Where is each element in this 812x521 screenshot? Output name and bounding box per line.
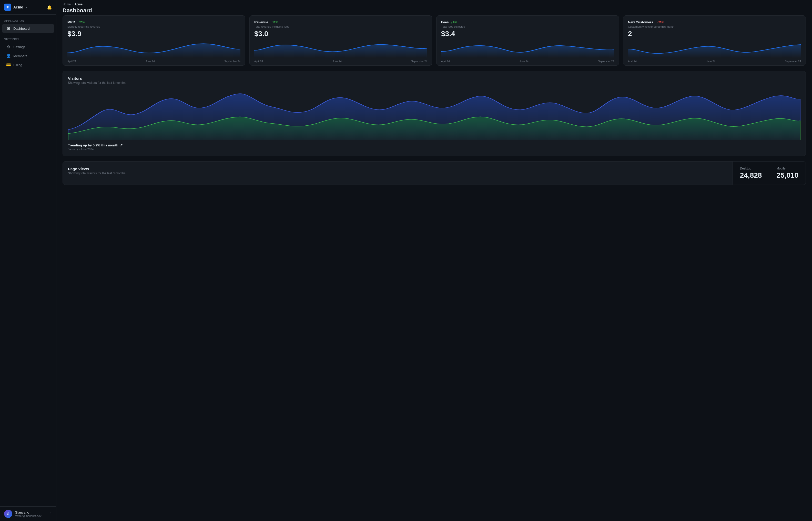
- metric-cards: MRR ↑ 20% Monthly recurring revenue $3.9: [63, 15, 806, 66]
- metric-card-revenue: Revenue ↑ 12% Total revenue including fe…: [249, 15, 432, 66]
- sidebar-item-dashboard-label: Dashboard: [13, 27, 30, 30]
- customers-label-2: June 24: [706, 60, 715, 63]
- user-info: Giancarlo owner@makerkit.dev: [15, 511, 47, 517]
- desktop-label: Desktop: [740, 167, 762, 170]
- customers-title: New Customers: [628, 20, 653, 24]
- desktop-stat: Desktop 24,828: [733, 161, 769, 185]
- page-views-subtitle: Showing total visitors for the last 3 mo…: [68, 172, 727, 175]
- top-nav: Home › Acme Dashboard: [56, 0, 812, 15]
- page-views-card: Page Views Showing total visitors for th…: [63, 161, 806, 185]
- app-logo[interactable]: ⚛ Acme ▾: [4, 4, 27, 11]
- mrr-badge: ↑ 20%: [77, 21, 85, 24]
- page-views-stats: Desktop 24,828 Mobile 25,010: [733, 161, 806, 185]
- revenue-badge: ↑ 12%: [270, 21, 278, 24]
- revenue-chart-labels: April 24 June 24 September 24: [254, 60, 427, 63]
- fees-desc: Total fees collected: [441, 25, 614, 28]
- sidebar-header: ⚛ Acme ▾ 🔔: [0, 0, 56, 15]
- customers-label-1: April 24: [628, 60, 637, 63]
- revenue-desc: Total revenue including fees: [254, 25, 427, 28]
- mrr-desc: Monthly recurring revenue: [67, 25, 240, 28]
- avatar: G: [4, 510, 12, 518]
- customers-value: 2: [628, 30, 801, 38]
- fees-title: Fees: [441, 20, 449, 24]
- fees-chart-labels: April 24 June 24 September 24: [441, 60, 614, 63]
- sidebar-item-billing-label: Billing: [13, 63, 22, 67]
- metric-card-mrr: MRR ↑ 20% Monthly recurring revenue $3.9: [63, 15, 245, 66]
- billing-icon: 💳: [6, 63, 11, 67]
- page-views-left: Page Views Showing total visitors for th…: [63, 161, 733, 185]
- mrr-title: MRR: [67, 20, 75, 24]
- main-content: Home › Acme Dashboard MRR ↑ 20% Monthly …: [56, 0, 812, 521]
- trend-arrow-icon: ↗: [120, 143, 123, 147]
- sidebar-item-settings[interactable]: ⚙ Settings: [2, 43, 54, 51]
- page-views-title: Page Views: [68, 167, 727, 171]
- fees-label-2: June 24: [519, 60, 529, 63]
- user-email: owner@makerkit.dev: [15, 514, 47, 517]
- mobile-label: Mobile: [776, 167, 798, 170]
- revenue-title: Revenue: [254, 20, 268, 24]
- breadcrumb-current: Acme: [75, 3, 83, 6]
- customers-badge: ↓ -25%: [655, 21, 664, 24]
- mrr-label-2: June 24: [145, 60, 155, 63]
- metric-card-new-customers: New Customers ↓ -25% Customers who signe…: [623, 15, 806, 66]
- trending-text: Trending up by 5.2% this month ↗: [68, 143, 801, 147]
- members-icon: 👤: [6, 53, 11, 58]
- dashboard-icon: ⊞: [6, 26, 11, 31]
- content-area: MRR ↑ 20% Monthly recurring revenue $3.9: [56, 15, 812, 191]
- mobile-value: 25,010: [776, 171, 798, 180]
- visitors-subtitle: Showing total visitors for the last 6 mo…: [68, 81, 801, 85]
- mrr-chart: April 24 June 24 September 24: [67, 40, 240, 63]
- revenue-chart: April 24 June 24 September 24: [254, 40, 427, 63]
- sidebar-section-settings: Settings ⚙ Settings 👤 Members 💳 Billing: [0, 33, 56, 69]
- fees-label-3: September 24: [598, 60, 614, 63]
- customers-desc: Customers who signed up this month: [628, 25, 801, 28]
- sidebar-item-dashboard[interactable]: ⊞ Dashboard: [2, 24, 54, 33]
- fees-chart: April 24 June 24 September 24: [441, 40, 614, 63]
- sidebar-item-members-label: Members: [13, 54, 27, 58]
- visitors-date-range: January - June 2024: [68, 148, 801, 151]
- metric-card-fees: Fees ↑ 9% Total fees collected $3.4: [436, 15, 619, 66]
- notifications-button[interactable]: 🔔: [47, 5, 52, 10]
- page-title: Dashboard: [63, 7, 806, 14]
- visitors-chart: [68, 89, 801, 140]
- breadcrumb: Home › Acme: [63, 3, 806, 6]
- mrr-label-1: April 24: [67, 60, 76, 63]
- customers-chart-labels: April 24 June 24 September 24: [628, 60, 801, 63]
- breadcrumb-home[interactable]: Home: [63, 3, 71, 6]
- sidebar-section-application: Application ⊞ Dashboard: [0, 15, 56, 33]
- mrr-chart-labels: April 24 June 24 September 24: [67, 60, 240, 63]
- breadcrumb-separator: ›: [72, 3, 73, 6]
- avatar-image: G: [4, 510, 12, 518]
- fees-label-1: April 24: [441, 60, 450, 63]
- app-dropdown-icon: ▾: [26, 6, 27, 9]
- mrr-value: $3.9: [67, 30, 240, 38]
- mobile-stat: Mobile 25,010: [769, 161, 806, 185]
- fees-header: Fees ↑ 9%: [441, 20, 614, 24]
- settings-icon: ⚙: [6, 45, 11, 49]
- app-name: Acme: [13, 5, 23, 9]
- fees-value: $3.4: [441, 30, 614, 38]
- settings-section-label: Settings: [0, 33, 56, 42]
- sidebar-item-members[interactable]: 👤 Members: [2, 51, 54, 60]
- sidebar-item-billing[interactable]: 💳 Billing: [2, 61, 54, 69]
- revenue-header: Revenue ↑ 12%: [254, 20, 427, 24]
- user-footer[interactable]: G Giancarlo owner@makerkit.dev ⌃: [0, 506, 56, 521]
- customers-header: New Customers ↓ -25%: [628, 20, 801, 24]
- trending-label: Trending up by 5.2% this month: [68, 143, 118, 147]
- revenue-value: $3.0: [254, 30, 427, 38]
- visitors-card: Visitors Showing total visitors for the …: [63, 71, 806, 156]
- sidebar-item-settings-label: Settings: [13, 45, 25, 49]
- sidebar: ⚛ Acme ▾ 🔔 Application ⊞ Dashboard Setti…: [0, 0, 56, 521]
- customers-label-3: September 24: [785, 60, 801, 63]
- fees-badge: ↑ 9%: [451, 21, 457, 24]
- revenue-label-3: September 24: [411, 60, 427, 63]
- user-menu-chevron: ⌃: [49, 512, 52, 516]
- revenue-label-1: April 24: [254, 60, 263, 63]
- application-section-label: Application: [0, 15, 56, 24]
- desktop-value: 24,828: [740, 171, 762, 180]
- customers-chart: April 24 June 24 September 24: [628, 40, 801, 63]
- visitors-title: Visitors: [68, 76, 801, 81]
- mrr-header: MRR ↑ 20%: [67, 20, 240, 24]
- mrr-label-3: September 24: [224, 60, 240, 63]
- revenue-label-2: June 24: [332, 60, 342, 63]
